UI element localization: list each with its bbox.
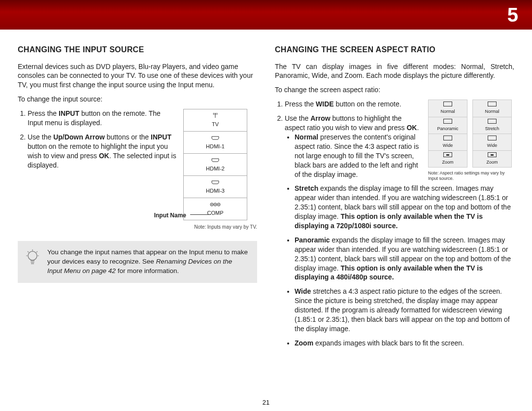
- right-heading: CHANGING THE SCREEN ASPECT RATIO: [275, 44, 514, 55]
- left-column: CHANGING THE INPUT SOURCE External devic…: [18, 44, 257, 353]
- hdmi-icon: [184, 179, 247, 187]
- aspect-figure: Normal Panoramic Wide Zoom Normal Stretc…: [428, 100, 514, 181]
- input-menu: TV HDMI-1 HDMI-2 HDMI-3: [183, 109, 247, 220]
- svg-point-8: [28, 251, 37, 260]
- aspect-note: Note: Aspect ratio settings may vary by …: [428, 171, 512, 181]
- aspect-icon: [488, 119, 497, 124]
- chapter-header: 5: [0, 0, 532, 30]
- steps-text: Press the INPUT button on the remote. Th…: [18, 109, 176, 220]
- aspect-icon: [488, 152, 497, 157]
- lightbulb-icon: [25, 249, 40, 270]
- svg-point-0: [215, 113, 216, 114]
- aspect-item: Zoom: [429, 151, 467, 167]
- hdmi-icon: [184, 135, 247, 142]
- tip-box: You change the input names that appear o…: [18, 241, 257, 283]
- bullet-stretch: Stretch expands the display image to fil…: [295, 184, 514, 230]
- input-menu-item-tv: TV: [184, 109, 247, 132]
- left-step-2: Use the Up/Down Arrow buttons or the INP…: [28, 133, 176, 170]
- aspect-item: Zoom: [473, 151, 511, 167]
- aspect-item: Wide: [429, 134, 467, 151]
- right-intro: The TV can display images in five differ…: [275, 62, 514, 81]
- input-name-label: Input Name: [154, 211, 188, 219]
- svg-point-7: [218, 204, 219, 205]
- hdmi-icon: [184, 157, 247, 165]
- svg-point-5: [211, 204, 212, 205]
- input-menu-item-hdmi1: HDMI-1: [184, 132, 247, 154]
- left-note: Note: Inputs may vary by TV.: [18, 224, 257, 231]
- aspect-icon: [488, 136, 497, 140]
- left-instruction-lead: To change the input source:: [18, 95, 257, 104]
- svg-point-6: [215, 204, 216, 205]
- page-content: CHANGING THE INPUT SOURCE External devic…: [0, 30, 532, 353]
- aspect-icon: [443, 102, 452, 106]
- left-step-1: Press the INPUT button on the remote. Th…: [28, 109, 176, 128]
- steps-with-figure: Press the INPUT button on the remote. Th…: [18, 109, 257, 220]
- label-connector-line: [190, 214, 211, 215]
- aspect-icon: [443, 152, 452, 157]
- aspect-grid: Normal Panoramic Wide Zoom Normal Stretc…: [428, 100, 514, 168]
- bullet-zoom: Zoom expands images with black bars to f…: [295, 339, 514, 348]
- aspect-item: Normal: [429, 100, 467, 117]
- chapter-number: 5: [507, 4, 518, 26]
- bullet-wide: Wide stretches a 4:3 aspect ratio pictur…: [295, 287, 514, 333]
- aspect-item: Wide: [473, 134, 511, 151]
- aspect-item: Panoramic: [429, 117, 467, 134]
- input-figure: TV HDMI-1 HDMI-2 HDMI-3: [183, 109, 257, 220]
- aspect-item: Stretch: [473, 117, 511, 134]
- aspect-col-right: Normal Stretch Wide Zoom: [472, 100, 512, 168]
- left-intro: External devices such as DVD players, Bl…: [18, 62, 257, 90]
- aspect-col-left: Normal Panoramic Wide Zoom: [428, 100, 467, 168]
- page-number: 21: [263, 399, 269, 406]
- left-heading: CHANGING THE INPUT SOURCE: [18, 44, 257, 55]
- bullet-panoramic: Panoramic expands the display image to f…: [295, 236, 514, 282]
- left-steps: Press the INPUT button on the remote. Th…: [18, 109, 176, 170]
- right-instruction-lead: To change the screen aspect ratio:: [275, 85, 514, 95]
- antenna-icon: [184, 112, 247, 120]
- manual-page: 5 CHANGING THE INPUT SOURCE External dev…: [0, 0, 532, 411]
- input-menu-item-hdmi2: HDMI-2: [184, 154, 247, 176]
- aspect-icon: [443, 119, 452, 124]
- component-icon: [184, 201, 247, 209]
- right-column: CHANGING THE SCREEN ASPECT RATIO The TV …: [275, 44, 514, 353]
- aspect-icon: [443, 136, 452, 140]
- aspect-icon: [488, 102, 497, 106]
- input-menu-item-comp: COMP: [184, 198, 247, 220]
- aspect-item: Normal: [473, 100, 511, 117]
- input-menu-item-hdmi3: HDMI-3: [184, 176, 247, 198]
